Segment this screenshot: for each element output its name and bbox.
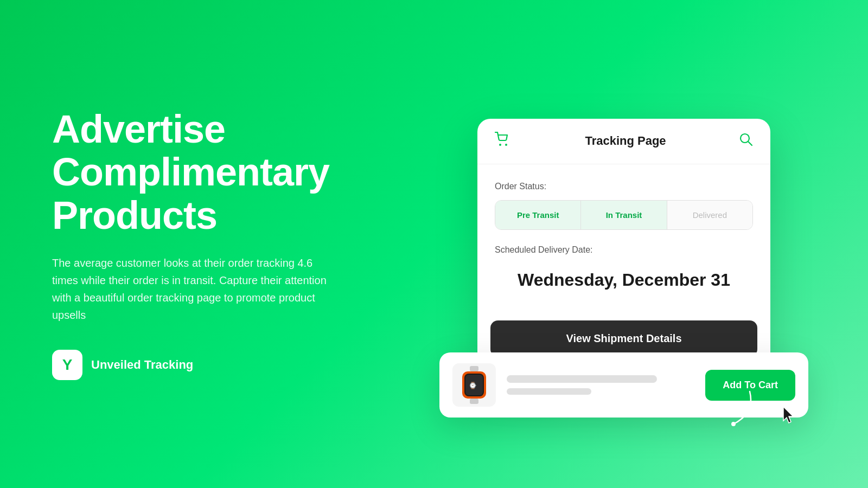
product-info: [507, 375, 694, 395]
svg-rect-4: [470, 366, 478, 371]
svg-rect-5: [470, 399, 478, 404]
upsell-card: ⌚ Add To Cart: [439, 352, 808, 418]
delivery-date-label: Scheduled Delivery Date:: [495, 245, 753, 255]
product-name-placeholder: [507, 375, 657, 383]
svg-point-0: [499, 144, 501, 146]
status-tabs: Pre Transit In Transit Delivered: [495, 200, 753, 230]
tracking-card: Tracking Page Order Status: Pre Transit …: [477, 119, 770, 370]
card-header: Tracking Page: [477, 119, 770, 164]
left-panel: Advertise Complimentary Products The ave…: [0, 0, 380, 488]
order-status-label: Order Status:: [495, 182, 753, 191]
product-image: ⌚: [452, 363, 496, 407]
svg-point-2: [741, 134, 749, 143]
card-body: Order Status: Pre Transit In Transit Del…: [477, 164, 770, 320]
right-panel: Tracking Page Order Status: Pre Transit …: [380, 0, 868, 488]
svg-point-1: [505, 144, 507, 146]
search-icon[interactable]: [739, 132, 753, 150]
svg-point-10: [731, 422, 736, 426]
brand-name: Unveiled Tracking: [91, 358, 193, 372]
brand-logo: Y: [52, 350, 82, 380]
tab-pre-transit[interactable]: Pre Transit: [495, 201, 581, 229]
svg-line-3: [749, 142, 752, 146]
tab-delivered[interactable]: Delivered: [667, 201, 752, 229]
tab-in-transit[interactable]: In Transit: [581, 201, 667, 229]
svg-text:⌚: ⌚: [469, 381, 477, 389]
main-layout: Advertise Complimentary Products The ave…: [0, 0, 868, 488]
product-price-placeholder: [507, 388, 591, 395]
brand-row: Y Unveiled Tracking: [52, 350, 336, 380]
view-shipment-button[interactable]: View Shipment Details: [490, 320, 757, 357]
card-title: Tracking Page: [585, 134, 666, 148]
subtext: The average customer looks at their orde…: [52, 254, 334, 324]
card-spacer: [495, 294, 753, 307]
add-to-cart-button[interactable]: Add To Cart: [705, 370, 795, 401]
cursor-icon: [782, 406, 797, 427]
headline: Advertise Complimentary Products: [52, 108, 336, 237]
delivery-date: Wednesday, December 31: [495, 261, 753, 294]
cart-icon: [495, 132, 512, 151]
